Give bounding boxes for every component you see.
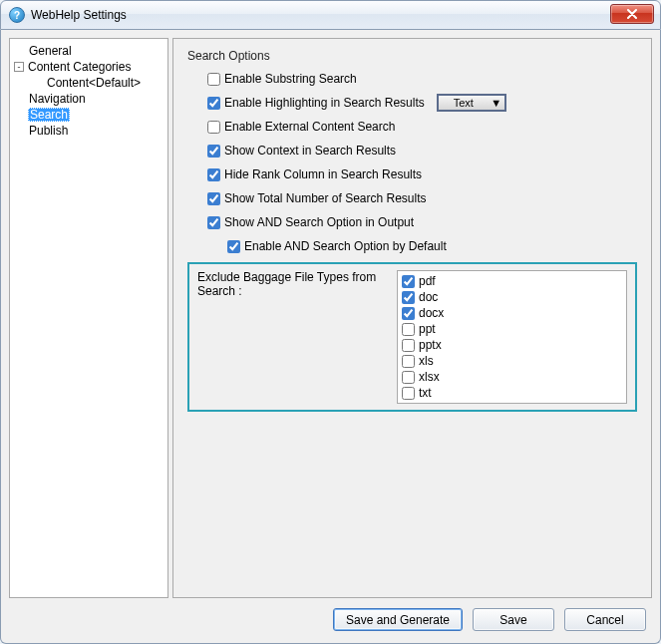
checkbox-file-doc[interactable] (402, 291, 415, 304)
file-type-label: xlsx (419, 370, 440, 384)
file-type-xlsx[interactable]: xlsx (402, 369, 622, 385)
file-type-label: docx (419, 306, 444, 320)
close-icon (627, 9, 637, 19)
checkbox-file-xlsx[interactable] (402, 371, 415, 384)
tree-item-content-default[interactable]: Content<Default> (12, 75, 165, 91)
file-type-xls[interactable]: xls (402, 353, 622, 369)
checkbox-hide-rank[interactable] (207, 168, 220, 181)
checkbox-file-ppt[interactable] (402, 323, 415, 336)
file-type-label: pptx (419, 338, 442, 352)
exclude-label: Exclude Baggage File Types from Search : (197, 270, 397, 404)
file-type-doc[interactable]: doc (402, 289, 622, 305)
file-type-label: ppt (419, 322, 436, 336)
cancel-button[interactable]: Cancel (564, 608, 646, 631)
checkbox-show-and[interactable] (207, 216, 220, 229)
checkbox-file-txt[interactable] (402, 387, 415, 400)
save-button[interactable]: Save (473, 608, 554, 631)
button-row: Save and Generate Save Cancel (9, 598, 652, 635)
tree-item-label: General (28, 44, 73, 58)
file-type-label: pdf (419, 274, 436, 288)
close-button[interactable] (610, 4, 654, 24)
option-label: Enable External Content Search (224, 120, 395, 134)
tree-item-label: Content Categories (27, 60, 132, 74)
tree-item-publish[interactable]: Publish (12, 123, 165, 139)
file-type-label: xls (419, 354, 434, 368)
tree-item-label: Publish (28, 124, 69, 138)
file-type-txt[interactable]: txt (402, 385, 622, 401)
option-enable-highlight[interactable]: Enable Highlighting in Search Results Te… (207, 95, 637, 111)
checkbox-enable-substring[interactable] (207, 73, 220, 86)
option-label: Enable Highlighting in Search Results (224, 96, 425, 110)
option-show-and[interactable]: Show AND Search Option in Output (207, 214, 637, 230)
titlebar: ? WebHelp Settings (0, 0, 661, 30)
option-enable-external[interactable]: Enable External Content Search (207, 119, 637, 135)
tree-item-label: Content<Default> (46, 76, 142, 90)
option-label: Enable Substring Search (224, 72, 357, 86)
option-label: Hide Rank Column in Search Results (224, 167, 422, 181)
checkbox-show-total[interactable] (207, 192, 220, 205)
file-type-pdf[interactable]: pdf (402, 273, 622, 289)
option-label: Show Total Number of Search Results (224, 191, 427, 205)
content-row: General - Content Categories Content<Def… (9, 38, 652, 598)
save-and-generate-button[interactable]: Save and Generate (333, 608, 463, 631)
settings-panel: Search Options Enable Substring Search E… (172, 38, 652, 598)
checkbox-enable-and-default[interactable] (227, 240, 240, 253)
option-enable-substring[interactable]: Enable Substring Search (207, 71, 637, 87)
category-tree[interactable]: General - Content Categories Content<Def… (9, 38, 168, 598)
checkbox-file-docx[interactable] (402, 307, 415, 320)
group-label: Search Options (187, 49, 637, 63)
checkbox-file-pptx[interactable] (402, 339, 415, 352)
checkbox-show-context[interactable] (207, 145, 220, 158)
tree-item-content-categories[interactable]: - Content Categories (12, 59, 165, 75)
checkbox-file-pdf[interactable] (402, 275, 415, 288)
checkbox-enable-highlight[interactable] (207, 97, 220, 110)
file-type-pptx[interactable]: pptx (402, 337, 622, 353)
tree-item-general[interactable]: General (12, 43, 165, 59)
option-show-total[interactable]: Show Total Number of Search Results (207, 190, 637, 206)
option-hide-rank[interactable]: Hide Rank Column in Search Results (207, 166, 637, 182)
file-type-list[interactable]: pdf doc docx ppt (397, 270, 627, 404)
option-show-context[interactable]: Show Context in Search Results (207, 143, 637, 159)
tree-item-navigation[interactable]: Navigation (12, 91, 165, 107)
option-label: Enable AND Search Option by Default (244, 239, 447, 253)
checkbox-enable-external[interactable] (207, 121, 220, 134)
combobox-value: Text (439, 97, 489, 109)
chevron-down-icon: ▼ (489, 97, 504, 109)
checkbox-file-xls[interactable] (402, 355, 415, 368)
app-icon: ? (9, 7, 25, 23)
highlight-combobox[interactable]: Text ▼ (437, 94, 506, 112)
window-title: WebHelp Settings (31, 8, 127, 22)
client-area: General - Content Categories Content<Def… (0, 30, 661, 644)
option-label: Show Context in Search Results (224, 144, 396, 158)
tree-item-search[interactable]: Search (12, 107, 165, 123)
expander-icon[interactable]: - (14, 62, 24, 72)
file-type-docx[interactable]: docx (402, 305, 622, 321)
option-enable-and-default[interactable]: Enable AND Search Option by Default (227, 238, 637, 254)
tree-item-label: Navigation (28, 92, 87, 106)
option-label: Show AND Search Option in Output (224, 215, 414, 229)
tree-item-label: Search (28, 108, 70, 122)
file-type-label: txt (419, 386, 432, 400)
exclude-baggage-box: Exclude Baggage File Types from Search :… (187, 262, 637, 412)
file-type-label: doc (419, 290, 438, 304)
file-type-ppt[interactable]: ppt (402, 321, 622, 337)
